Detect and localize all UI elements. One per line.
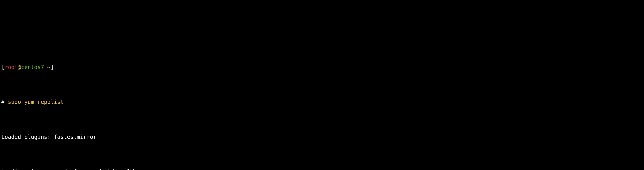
prompt-at: @ [18,64,21,70]
plugins-line: Loaded plugins: fastestmirror [1,133,643,141]
terminal-output: [root@centos7 ~] # sudo yum repolist Loa… [1,37,643,170]
prompt-line: [root@centos7 ~] [1,63,643,72]
prompt-cwd: ~ [47,64,50,70]
prompt-host: centos7 [21,64,44,70]
prompt-user: root [4,64,18,70]
command-line: # sudo yum repolist [1,98,643,106]
bracket-close: ] [50,64,54,70]
mirror-line: Loading mirror speeds from cached hostfi… [1,167,643,170]
command-text: sudo yum repolist [8,99,64,105]
bracket-open: [ [1,64,4,70]
prompt-space [44,64,47,70]
prompt-hash: # [1,99,8,105]
